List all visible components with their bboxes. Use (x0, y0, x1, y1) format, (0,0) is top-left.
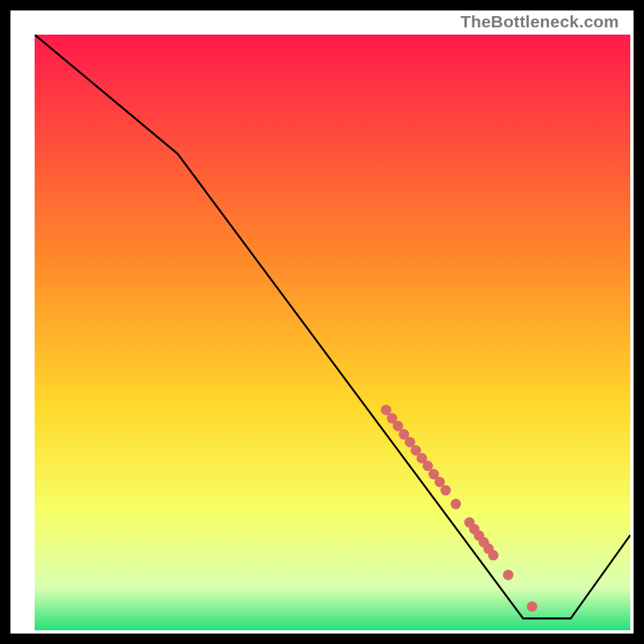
data-marker (526, 601, 537, 612)
watermark-text: TheBottleneck.com (460, 12, 619, 31)
data-marker (488, 550, 498, 560)
chart-frame: TheBottleneck.com (10, 10, 634, 634)
data-marker (503, 570, 514, 580)
data-marker (451, 499, 461, 510)
data-marker (440, 485, 451, 496)
chart-background-gradient (35, 35, 630, 630)
chart-svg (35, 35, 630, 630)
chart-plot-area (35, 35, 630, 630)
